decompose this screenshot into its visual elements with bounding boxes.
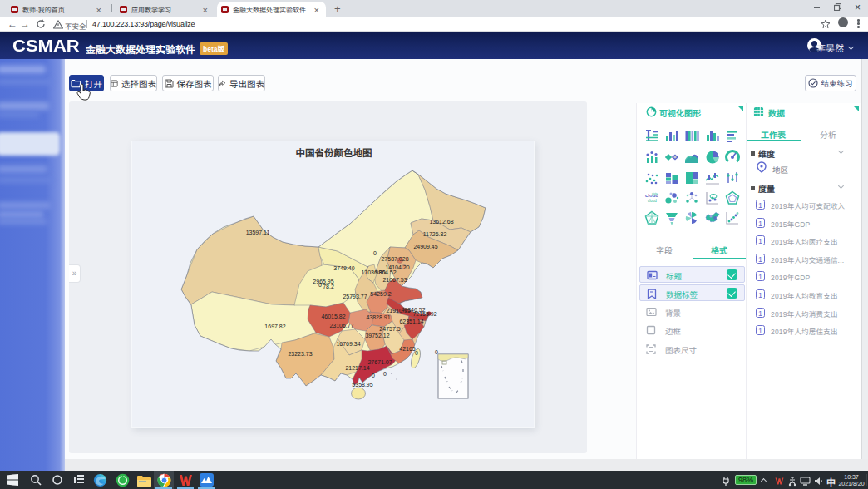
svg-text:78.2: 78.2 xyxy=(323,284,334,289)
svg-text:43828.91: 43828.91 xyxy=(366,314,390,320)
svg-text:24757.5: 24757.5 xyxy=(379,326,400,332)
svg-text:23223.73: 23223.73 xyxy=(288,351,312,357)
svg-text:27671.07: 27671.07 xyxy=(367,359,392,365)
svg-text:3749.40: 3749.40 xyxy=(333,265,354,271)
svg-text:21067.53: 21067.53 xyxy=(382,277,407,283)
svg-text:cloud: cloud xyxy=(648,199,657,203)
svg-text:16769.34: 16769.34 xyxy=(336,341,360,347)
svg-text:data: data xyxy=(652,192,658,195)
svg-text:24909.45: 24909.45 xyxy=(413,244,437,249)
svg-text:54259.2: 54259.2 xyxy=(370,291,391,297)
svg-text:5358.95: 5358.95 xyxy=(352,382,372,388)
svg-text:21217.14: 21217.14 xyxy=(345,365,369,371)
svg-text:72155.92: 72155.92 xyxy=(412,311,436,317)
svg-text:23106.77: 23106.77 xyxy=(329,323,353,328)
svg-text:0: 0 xyxy=(383,371,387,377)
svg-text:0: 0 xyxy=(415,350,418,356)
svg-text:1697.82: 1697.82 xyxy=(264,324,285,329)
svg-text:13612.68: 13612.68 xyxy=(429,219,453,225)
svg-text:14104.20: 14104.20 xyxy=(385,264,409,270)
svg-text:0: 0 xyxy=(435,349,438,355)
svg-text:46015.82: 46015.82 xyxy=(321,314,345,319)
svg-text:27587.028: 27587.028 xyxy=(381,256,408,262)
svg-text:25793.77: 25793.77 xyxy=(343,294,367,299)
svg-text:11726.82: 11726.82 xyxy=(423,231,447,237)
svg-text:39752.12: 39752.12 xyxy=(365,333,389,338)
svg-text:0: 0 xyxy=(373,250,377,256)
svg-text:62351.14: 62351.14 xyxy=(399,319,423,324)
svg-text:9864.52: 9864.52 xyxy=(375,269,396,275)
svg-text:42165: 42165 xyxy=(399,346,416,352)
svg-text:0: 0 xyxy=(372,373,375,378)
svg-text:13597.11: 13597.11 xyxy=(246,230,270,235)
svg-text:0: 0 xyxy=(318,282,322,288)
